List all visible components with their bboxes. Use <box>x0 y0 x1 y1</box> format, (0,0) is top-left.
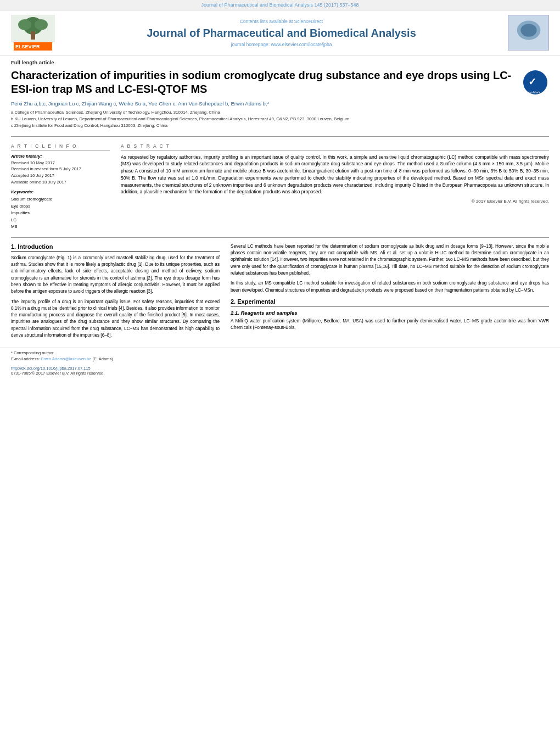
elsevier-logo: ELSEVIER <box>11 15 55 51</box>
footnote-star: * Corresponding author. <box>11 350 549 355</box>
body-right-column: Several LC methods have been reported fo… <box>231 243 549 343</box>
email-link[interactable]: Erwin.Adams@kuleuven.be <box>41 356 91 361</box>
svg-text:ELSEVIER: ELSEVIER <box>15 44 40 49</box>
abstract-text: As requested by regulatory authorities, … <box>121 154 549 196</box>
article-dates: Received 10 May 2017 Received in revised… <box>11 160 110 186</box>
article-type: Full length article <box>0 56 560 66</box>
keywords-label: Keywords: <box>11 189 110 194</box>
abstract-column: A B S T R A C T As requested by regulato… <box>121 143 549 231</box>
crossmark-logo: ✓ CrossMark <box>522 69 549 97</box>
keyword-1: Sodium cromoglycate <box>11 196 110 203</box>
journal-homepage: journal homepage: www.elsevier.com/locat… <box>60 42 502 47</box>
journal-header-middle: Contents lists available at ScienceDirec… <box>60 19 502 47</box>
right-para2: In this study, an MS compatible LC metho… <box>231 280 549 294</box>
article-info-abstract: A R T I C L E I N F O Article history: R… <box>0 139 560 235</box>
homepage-link[interactable]: www.elsevier.com/locate/jpba <box>271 42 332 47</box>
svg-text:✓: ✓ <box>528 76 536 87</box>
keywords-list: Sodium cromoglycate Eye drops Impurities… <box>11 196 110 230</box>
received-date: Received 10 May 2017 <box>11 160 110 166</box>
affiliation-b: b KU Leuven, University of Leuven, Depar… <box>11 116 516 122</box>
copyright: © 2017 Elsevier B.V. All rights reserved… <box>121 199 549 204</box>
footnote: * Corresponding author. E-mail address: … <box>0 348 560 365</box>
svg-point-4 <box>35 19 48 30</box>
article-info-heading: A R T I C L E I N F O <box>11 143 110 150</box>
affiliation-c: c Zhejiang Institute for Food and Drug C… <box>11 123 516 129</box>
body-section: 1. Introduction Sodium cromoglycate (Fig… <box>0 240 560 346</box>
corner-image <box>508 15 549 51</box>
received-revised-date: Received in revised form 5 July 2017 <box>11 166 110 172</box>
keyword-5: MS <box>11 224 110 230</box>
affiliations: a College of Pharmaceutical Sciences, Zh… <box>11 110 516 129</box>
affiliation-a: a College of Pharmaceutical Sciences, Zh… <box>11 110 516 116</box>
footnote-email: E-mail address: Erwin.Adams@kuleuven.be … <box>11 356 549 361</box>
intro-para1: Sodium cromoglycate (Fig. 1) is a common… <box>11 255 220 295</box>
doi-section: http://dx.doi.org/10.1016/j.jpba.2017.07… <box>0 365 560 378</box>
section1-title: 1. Introduction <box>11 243 220 252</box>
article-title: Characterization of impurities in sodium… <box>11 69 516 96</box>
contents-text: Contents lists available at <box>240 19 293 24</box>
journal-title: Journal of Pharmaceutical and Biomedical… <box>60 26 502 40</box>
doi-url[interactable]: http://dx.doi.org/10.1016/j.jpba.2017.07… <box>11 366 91 371</box>
svg-text:CrossMark: CrossMark <box>524 91 541 94</box>
intro-para2: The impurity profile of a drug is an imp… <box>11 299 220 339</box>
keyword-3: Impurities <box>11 210 110 216</box>
right-para1: Several LC methods have been reported fo… <box>231 243 549 277</box>
svg-rect-2 <box>31 31 35 40</box>
section2-1-text: A Milli-Q water purification system (Mil… <box>231 318 549 332</box>
authors: Peixi Zhu a,b,c, Jingxian Lu c, Zhijian … <box>11 101 516 107</box>
body-left-text: Sodium cromoglycate (Fig. 1) is a common… <box>11 255 220 339</box>
reagents-para1: A Milli-Q water purification system (Mil… <box>231 318 549 332</box>
abstract-heading: A B S T R A C T <box>121 143 549 150</box>
article-title-block: Characterization of impurities in sodium… <box>11 69 516 130</box>
page: Journal of Pharmaceutical and Biomedical… <box>0 0 560 742</box>
keyword-2: Eye drops <box>11 203 110 210</box>
keyword-4: LC <box>11 217 110 224</box>
sciencedirect-link[interactable]: ScienceDirect <box>294 19 323 24</box>
svg-point-9 <box>520 24 536 36</box>
section2-title: 2. Experimental <box>231 298 549 306</box>
article-info-column: A R T I C L E I N F O Article history: R… <box>11 143 110 231</box>
journal-reference-bar: Journal of Pharmaceutical and Biomedical… <box>0 0 560 10</box>
header-divider <box>11 136 549 137</box>
available-date: Available online 18 July 2017 <box>11 179 110 186</box>
body-left-column: 1. Introduction Sodium cromoglycate (Fig… <box>11 243 220 343</box>
svg-point-3 <box>18 19 31 30</box>
issn-text: 0731-7085/© 2017 Elsevier B.V. All right… <box>11 371 104 376</box>
journal-header: ELSEVIER Contents lists available at Sci… <box>0 10 560 56</box>
email-suffix: (E. Adams). <box>93 356 114 361</box>
article-header: Characterization of impurities in sodium… <box>0 66 560 134</box>
email-label: E-mail address: <box>11 356 40 361</box>
body-divider <box>11 237 549 238</box>
article-history-label: Article history: <box>11 154 110 159</box>
section2-1-title: 2.1. Reagents and samples <box>231 310 549 316</box>
journal-reference-link[interactable]: Journal of Pharmaceutical and Biomedical… <box>201 2 359 8</box>
body-right-text: Several LC methods have been reported fo… <box>231 243 549 294</box>
contents-available-line: Contents lists available at ScienceDirec… <box>60 19 502 24</box>
accepted-date: Accepted 16 July 2017 <box>11 172 110 179</box>
